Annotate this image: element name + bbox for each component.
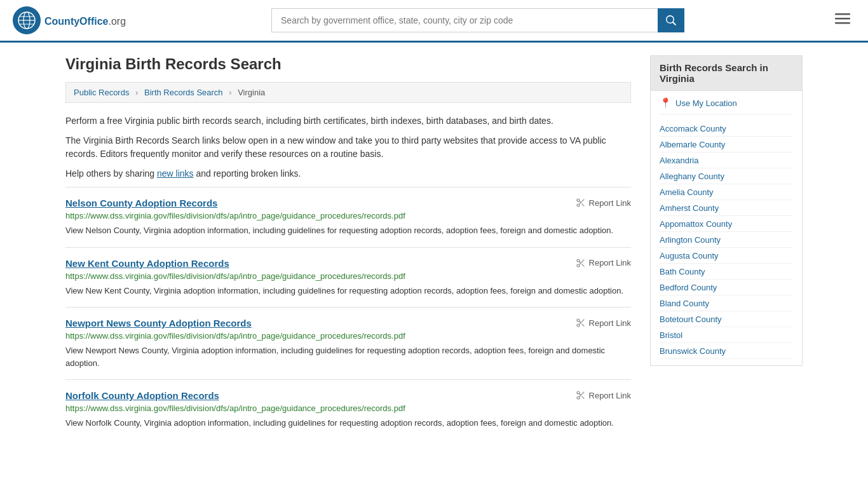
sidebar-county-link-7[interactable]: Arlington County [660, 235, 721, 245]
result-header-3: Norfolk County Adoption Records Report L… [65, 390, 631, 401]
svg-line-17 [579, 261, 581, 263]
sidebar-county-item: Augusta County [660, 248, 793, 264]
svg-line-27 [579, 393, 581, 395]
sidebar-county-item: Bedford County [660, 280, 793, 295]
new-links-link[interactable]: new links [157, 168, 194, 179]
sidebar-county-link-2[interactable]: Alexandria [660, 156, 698, 165]
sidebar-county-link-4[interactable]: Amelia County [660, 187, 714, 197]
sidebar-county-item: Brunswick County [660, 343, 793, 359]
sidebar-county-link-12[interactable]: Botetourt County [660, 315, 722, 324]
sidebar-county-item: Albemarle County [660, 137, 793, 152]
scissors-icon [576, 390, 586, 400]
result-card: Norfolk County Adoption Records Report L… [65, 379, 631, 440]
description-2: The Virginia Birth Records Search links … [65, 134, 631, 161]
sidebar-county-link-11[interactable]: Bland County [660, 299, 709, 308]
sidebar-county-item: Bland County [660, 295, 793, 311]
sidebar-county-link-13[interactable]: Bristol [660, 330, 682, 340]
use-my-location[interactable]: 📍 Use My Location [660, 97, 793, 114]
sidebar-county-link-9[interactable]: Bath County [660, 267, 705, 276]
breadcrumb-public-records[interactable]: Public Records [74, 88, 129, 97]
result-card: New Kent County Adoption Records Report … [65, 247, 631, 308]
sidebar-county-link-3[interactable]: Alleghany County [660, 172, 724, 181]
result-header-1: New Kent County Adoption Records Report … [65, 258, 631, 269]
result-header-2: Newport News County Adoption Records Rep… [65, 318, 631, 329]
menu-button[interactable] [830, 8, 855, 32]
sidebar-county-item: Alleghany County [660, 168, 793, 184]
svg-line-12 [579, 201, 581, 203]
svg-line-22 [579, 321, 581, 323]
svg-line-21 [581, 324, 584, 327]
svg-rect-7 [835, 22, 850, 24]
svg-point-9 [577, 204, 580, 207]
search-icon [666, 15, 676, 25]
sidebar: Birth Records Search in Virginia 📍 Use M… [650, 55, 803, 440]
result-title-2[interactable]: Newport News County Adoption Records [65, 318, 252, 329]
sidebar-county-item: Alexandria [660, 152, 793, 168]
svg-point-24 [577, 396, 580, 399]
sidebar-county-item: Accomack County [660, 121, 793, 137]
report-link-3[interactable]: Report Link [576, 390, 631, 400]
scissors-icon [576, 198, 586, 208]
page-title: Virginia Birth Records Search [65, 55, 631, 73]
search-input[interactable] [271, 8, 658, 32]
svg-point-8 [577, 199, 580, 201]
breadcrumb: Public Records › Birth Records Search › … [65, 82, 631, 103]
county-list: Accomack CountyAlbemarle CountyAlexandri… [660, 121, 793, 359]
result-title-3[interactable]: Norfolk County Adoption Records [65, 390, 219, 401]
logo-text[interactable]: CountyOffice.org [44, 13, 126, 28]
result-title-0[interactable]: Nelson County Adoption Records [65, 198, 217, 208]
sidebar-county-link-14[interactable]: Brunswick County [660, 346, 726, 356]
svg-line-11 [581, 204, 584, 207]
description-3: Help others by sharing new links and rep… [65, 167, 631, 180]
result-url-2: https://www.dss.virginia.gov/files/divis… [65, 331, 631, 341]
result-desc-2: View Newport News County, Virginia adopt… [65, 344, 631, 369]
main-container: Virginia Birth Records Search Public Rec… [53, 43, 815, 452]
site-header: CountyOffice.org [0, 0, 868, 43]
sidebar-body: 📍 Use My Location Accomack CountyAlbemar… [650, 91, 803, 366]
svg-rect-6 [835, 18, 850, 20]
result-header-0: Nelson County Adoption Records Report Li… [65, 198, 631, 208]
search-area [271, 8, 684, 32]
search-button[interactable] [658, 8, 684, 32]
result-title-1[interactable]: New Kent County Adoption Records [65, 258, 229, 269]
svg-line-26 [581, 396, 584, 399]
sidebar-county-link-8[interactable]: Augusta County [660, 251, 719, 261]
sidebar-county-item: Bristol [660, 327, 793, 343]
content-area: Virginia Birth Records Search Public Rec… [65, 55, 631, 440]
sidebar-county-item: Botetourt County [660, 311, 793, 327]
sidebar-title: Birth Records Search in Virginia [650, 55, 803, 91]
result-card: Newport News County Adoption Records Rep… [65, 307, 631, 379]
svg-point-13 [577, 259, 580, 262]
breadcrumb-birth-records[interactable]: Birth Records Search [144, 88, 223, 97]
report-link-0[interactable]: Report Link [576, 198, 631, 208]
logo-icon [13, 6, 41, 34]
report-link-2[interactable]: Report Link [576, 318, 631, 328]
svg-point-19 [577, 324, 580, 327]
result-desc-3: View Norfolk County, Virginia adoption i… [65, 417, 631, 430]
sidebar-county-link-1[interactable]: Albemarle County [660, 140, 725, 149]
sidebar-county-item: Amherst County [660, 200, 793, 216]
sidebar-county-item: Amelia County [660, 184, 793, 200]
description-1: Perform a free Virginia public birth rec… [65, 114, 631, 128]
logo-area: CountyOffice.org [13, 6, 126, 34]
scissors-icon [576, 258, 586, 268]
result-desc-0: View Nelson County, Virginia adoption in… [65, 224, 631, 237]
svg-line-16 [581, 264, 584, 266]
hamburger-icon [835, 11, 850, 26]
sidebar-county-item: Appomattox County [660, 216, 793, 232]
scissors-icon [576, 318, 586, 328]
result-url-3: https://www.dss.virginia.gov/files/divis… [65, 403, 631, 413]
report-link-1[interactable]: Report Link [576, 258, 631, 268]
svg-point-23 [577, 391, 580, 394]
svg-point-14 [577, 264, 580, 267]
sidebar-county-link-5[interactable]: Amherst County [660, 203, 719, 213]
svg-rect-5 [835, 13, 850, 15]
sidebar-county-item: Bath County [660, 264, 793, 280]
svg-point-18 [577, 319, 580, 322]
sidebar-county-link-10[interactable]: Bedford County [660, 283, 717, 292]
sidebar-county-link-0[interactable]: Accomack County [660, 124, 726, 133]
result-card: Nelson County Adoption Records Report Li… [65, 187, 631, 247]
sidebar-county-link-6[interactable]: Appomattox County [660, 219, 732, 229]
results-container: Nelson County Adoption Records Report Li… [65, 187, 631, 440]
breadcrumb-current: Virginia [238, 88, 265, 97]
